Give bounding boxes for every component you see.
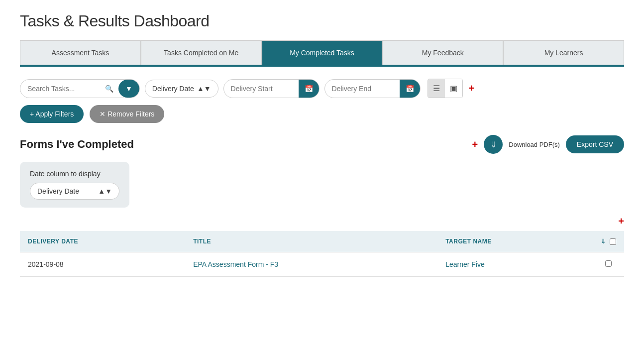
date-column-box: Date column to display Delivery Date ▲▼ (20, 162, 129, 208)
table-header-row: DELIVERY DATE TITLE TARGET NAME ⇓ (20, 231, 624, 252)
download-pdf-btn[interactable]: ⇓ (484, 135, 503, 154)
section-title: Forms I've Completed (20, 138, 134, 151)
cell-checkbox (593, 252, 625, 277)
select-all-checkbox[interactable] (610, 238, 616, 245)
section-add-btn[interactable]: + (472, 139, 478, 150)
date-column-selected: Delivery Date (37, 187, 79, 195)
grid-view-btn[interactable]: ▣ (445, 79, 462, 98)
tabs-container: Assessment Tasks Tasks Completed on Me M… (20, 40, 624, 67)
delivery-end-calendar-btn[interactable]: 📅 (400, 80, 420, 98)
page-title: Tasks & Results Dashboard (20, 12, 624, 30)
date-filter-label: Delivery Date (152, 85, 194, 93)
cell-delivery-date: 2021-09-08 (20, 252, 185, 277)
action-row: + Apply Filters ✕ Remove Filters (20, 105, 624, 123)
date-column-chevron-icon: ▲▼ (98, 187, 112, 195)
search-icon: 🔍 (100, 81, 118, 97)
remove-filters-btn[interactable]: ✕ Remove Filters (90, 105, 164, 123)
delivery-start-input[interactable] (224, 80, 299, 97)
delivery-start-calendar-btn[interactable]: 📅 (299, 80, 319, 98)
row-checkbox[interactable] (605, 260, 612, 267)
col-header-title: TITLE (185, 231, 437, 252)
cell-target-name: Learner Five (437, 252, 592, 277)
tab-my-feedback[interactable]: My Feedback (382, 40, 503, 65)
search-group: 🔍 ▼ (20, 79, 140, 98)
add-column-btn[interactable]: + (469, 83, 475, 94)
date-filter-label-btn[interactable]: Delivery Date ▲▼ (145, 80, 218, 97)
title-link[interactable]: EPA Assessment Form - F3 (193, 260, 278, 268)
cell-title: EPA Assessment Form - F3 (185, 252, 437, 277)
date-column-select[interactable]: Delivery Date ▲▼ (30, 183, 119, 200)
results-table: DELIVERY DATE TITLE TARGET NAME ⇓ 2021-0… (20, 231, 624, 277)
tab-my-learners[interactable]: My Learners (503, 40, 624, 65)
filter-row: 🔍 ▼ Delivery Date ▲▼ 📅 📅 ☰ ▣ + (20, 79, 624, 98)
section-actions: + ⇓ Download PDF(s) Export CSV (471, 135, 624, 154)
delivery-end-input[interactable] (325, 80, 400, 97)
delivery-start-group: 📅 (223, 79, 320, 98)
tab-assessment-tasks[interactable]: Assessment Tasks (20, 40, 141, 65)
download-all-icon[interactable]: ⇓ (601, 238, 606, 245)
delivery-end-group: 📅 (324, 79, 421, 98)
col-header-actions: ⇓ (593, 231, 625, 252)
download-pdf-label: Download PDF(s) (509, 141, 560, 148)
table-row: 2021-09-08 EPA Assessment Form - F3 Lear… (20, 252, 624, 277)
date-filter-chevron-icon: ▲▼ (197, 85, 211, 93)
col-header-delivery-date: DELIVERY DATE (20, 231, 185, 252)
view-toggle-group: ☰ ▣ (428, 79, 463, 98)
target-name-link[interactable]: Learner Five (445, 260, 485, 268)
search-dropdown-toggle[interactable]: ▼ (118, 80, 139, 98)
search-input[interactable] (20, 81, 100, 97)
section-header: Forms I've Completed + ⇓ Download PDF(s)… (20, 135, 624, 154)
table-add-btn[interactable]: + (618, 216, 624, 227)
export-csv-btn[interactable]: Export CSV (566, 135, 624, 153)
apply-filters-btn[interactable]: + Apply Filters (20, 105, 84, 123)
date-column-label: Date column to display (30, 170, 119, 178)
col-header-target-name: TARGET NAME (437, 231, 592, 252)
tab-my-completed-tasks[interactable]: My Completed Tasks (262, 40, 383, 65)
list-view-btn[interactable]: ☰ (428, 79, 445, 98)
date-filter-group: Delivery Date ▲▼ (145, 80, 218, 98)
tab-tasks-completed-on-me[interactable]: Tasks Completed on Me (141, 40, 262, 65)
